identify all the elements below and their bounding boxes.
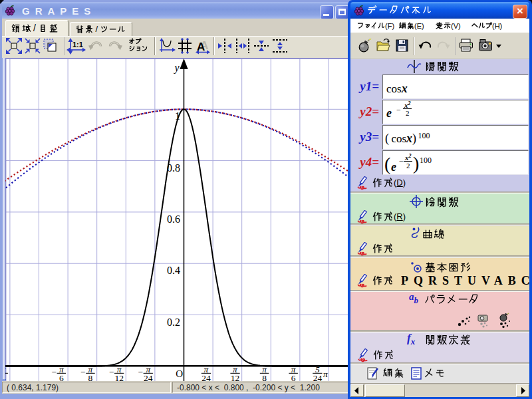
svg-text:24: 24 [313, 373, 323, 382]
svg-text:24: 24 [201, 373, 211, 382]
svg-text:O: O [176, 368, 183, 379]
svg-text:−: − [109, 367, 114, 377]
svg-text:0.4: 0.4 [167, 265, 180, 276]
svg-text:6: 6 [59, 373, 64, 382]
svg-text:y: y [173, 62, 180, 74]
svg-text:8: 8 [88, 373, 93, 382]
svg-text:12: 12 [114, 373, 124, 382]
svg-text:0.2: 0.2 [167, 317, 180, 328]
svg-text:0.6: 0.6 [167, 213, 180, 225]
svg-text:−: − [80, 367, 86, 377]
svg-text:6: 6 [291, 373, 296, 382]
svg-text:8: 8 [262, 373, 267, 382]
svg-text:24: 24 [144, 373, 153, 382]
svg-text:1:1: 1:1 [72, 41, 83, 49]
svg-text:12: 12 [231, 373, 240, 382]
svg-text:−: − [51, 367, 57, 377]
svg-text:−: − [138, 367, 143, 377]
